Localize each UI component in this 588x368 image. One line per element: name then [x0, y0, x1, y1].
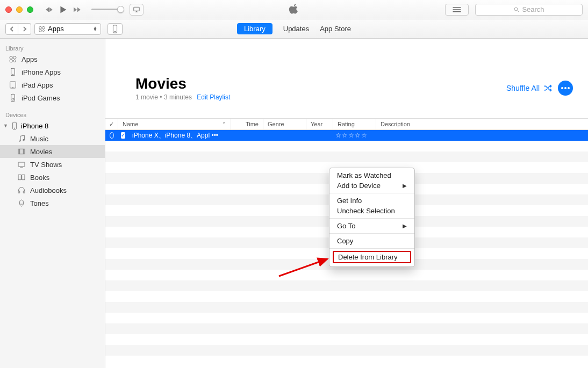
titlebar: Search — [0, 0, 588, 19]
sidebar-item-iphone-apps[interactable]: iPhone Apps — [0, 66, 105, 78]
edit-playlist-link[interactable]: Edit Playlist — [197, 93, 230, 101]
sidebar-item-label: iPad Apps — [21, 81, 53, 89]
back-button[interactable] — [5, 23, 18, 35]
column-year[interactable]: Year — [306, 119, 333, 129]
close-window-button[interactable] — [5, 6, 12, 13]
window-controls — [5, 6, 33, 13]
disclosure-triangle-icon[interactable]: ▼ — [3, 123, 8, 128]
volume-slider[interactable] — [91, 9, 121, 10]
tab-updates[interactable]: Updates — [283, 25, 309, 33]
row-name: iPhone X、iPhone 8、Appl ••• — [128, 131, 229, 140]
sidebar-item-label: iPod Games — [21, 94, 60, 102]
more-options-button[interactable] — [558, 81, 573, 96]
sidebar-item-label: Movies — [30, 148, 52, 156]
svg-point-11 — [10, 56, 12, 59]
search-placeholder: Search — [522, 5, 544, 13]
back-forward-buttons — [5, 23, 31, 35]
svg-point-22 — [19, 140, 20, 142]
ipad-icon — [9, 81, 17, 89]
search-input[interactable]: Search — [475, 4, 583, 16]
sidebar-item-books[interactable]: Books — [0, 171, 105, 184]
sidebar-item-ipod-games[interactable]: iPod Games — [0, 91, 105, 104]
column-rating[interactable]: Rating — [333, 119, 376, 129]
tab-appstore[interactable]: App Store — [320, 25, 351, 33]
sidebar-item-label: Books — [30, 174, 49, 182]
menu-go-to[interactable]: Go To▶ — [329, 221, 414, 231]
music-icon — [17, 134, 26, 143]
column-description[interactable]: Description — [376, 119, 588, 129]
minimize-window-button[interactable] — [16, 6, 23, 13]
play-button[interactable] — [57, 4, 69, 16]
svg-point-6 — [39, 26, 42, 29]
tab-library[interactable]: Library — [237, 23, 273, 34]
sidebar-item-tones[interactable]: Tones — [0, 197, 105, 210]
media-type-label: Apps — [48, 25, 64, 33]
sidebar-item-music[interactable]: Music — [0, 132, 105, 145]
svg-point-7 — [42, 26, 45, 29]
bell-icon — [17, 199, 26, 207]
svg-rect-24 — [18, 149, 25, 154]
navbar: Apps ▲▼ Library Updates App Store — [0, 19, 588, 39]
device-button[interactable] — [107, 23, 123, 35]
shuffle-label: Shuffle All — [506, 84, 540, 92]
column-genre[interactable]: Genre — [263, 119, 306, 129]
shuffle-all-button[interactable]: Shuffle All — [506, 83, 553, 93]
table-header: ✓ Name ⌃ Time Genre Year Rating Descript… — [105, 118, 588, 130]
page-title: Movies — [135, 75, 230, 92]
column-time[interactable]: Time — [231, 119, 263, 129]
headphones-icon — [17, 186, 26, 194]
sidebar-item-ipad-apps[interactable]: iPad Apps — [0, 78, 105, 91]
context-menu: Mark as Watched Add to Device▶ Get Info … — [329, 168, 415, 267]
ellipsis-icon — [561, 87, 570, 89]
menu-uncheck-selection[interactable]: Uncheck Selection — [329, 206, 414, 216]
svg-point-8 — [39, 29, 42, 32]
menu-mark-watched[interactable]: Mark as Watched — [329, 170, 414, 181]
ipod-icon — [9, 93, 17, 102]
sidebar-item-label: TV Shows — [30, 161, 62, 169]
svg-point-21 — [14, 128, 15, 128]
zoom-window-button[interactable] — [27, 6, 33, 13]
sidebar-item-movies[interactable]: Movies — [0, 145, 105, 158]
sidebar-item-label: iPhone Apps — [21, 68, 61, 76]
list-view-button[interactable] — [445, 4, 469, 16]
menu-delete-from-library[interactable]: Delete from Library — [333, 251, 411, 263]
menu-get-info[interactable]: Get Info — [329, 196, 414, 206]
next-button[interactable] — [72, 5, 82, 15]
svg-rect-27 — [18, 162, 25, 167]
column-check[interactable]: ✓ — [105, 119, 118, 129]
svg-point-19 — [12, 98, 14, 100]
sidebar-item-label: Apps — [21, 55, 38, 63]
column-name[interactable]: Name ⌃ — [118, 119, 231, 129]
chevron-right-icon: ▶ — [403, 223, 407, 229]
device-label: iPhone 8 — [21, 122, 48, 130]
media-type-selector[interactable]: Apps ▲▼ — [34, 23, 101, 35]
sidebar-item-apps[interactable]: Apps — [0, 53, 105, 66]
airplay-button[interactable] — [130, 4, 144, 16]
row-checkbox[interactable] — [118, 132, 128, 139]
menu-copy[interactable]: Copy — [329, 236, 414, 246]
svg-line-5 — [518, 10, 519, 12]
apps-icon — [38, 25, 46, 33]
chevron-updown-icon: ▲▼ — [93, 27, 97, 31]
sidebar-section-devices: Devices — [0, 110, 105, 119]
sidebar-section-library: Library — [0, 43, 105, 53]
iphone-icon — [9, 68, 17, 76]
play-indicator[interactable] — [105, 132, 118, 139]
table-row[interactable]: iPhone X、iPhone 8、Appl ••• ☆☆☆☆☆ — [105, 130, 588, 141]
sort-ascending-icon: ⌃ — [222, 121, 226, 127]
sidebar-item-audiobooks[interactable]: Audiobooks — [0, 184, 105, 197]
page-subtitle: 1 movie • 3 minutes — [135, 93, 192, 101]
forward-button[interactable] — [18, 23, 31, 35]
menu-add-to-device[interactable]: Add to Device▶ — [329, 181, 414, 191]
svg-rect-30 — [23, 191, 25, 193]
sidebar-device-iphone8[interactable]: ▼ iPhone 8 — [0, 119, 105, 132]
previous-button[interactable] — [44, 5, 54, 15]
sidebar-item-tvshows[interactable]: TV Shows — [0, 158, 105, 171]
svg-point-13 — [10, 60, 12, 62]
row-rating: ☆☆☆☆☆ — [331, 132, 374, 139]
sidebar: Library Apps iPhone Apps iPad Apps iPod … — [0, 39, 105, 368]
svg-point-15 — [12, 74, 13, 75]
apple-logo-icon — [289, 3, 299, 16]
svg-point-10 — [114, 31, 115, 32]
apps-icon — [9, 55, 17, 63]
